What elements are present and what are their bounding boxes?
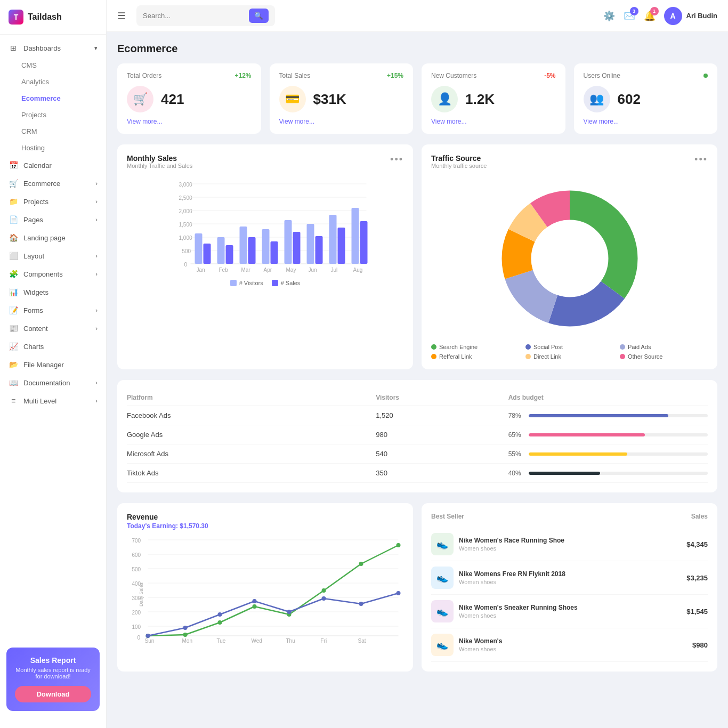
svg-text:100: 100 bbox=[132, 624, 141, 630]
svg-point-63 bbox=[218, 620, 222, 625]
nav-group-dashboards[interactable]: ⊞ Dashboards ▾ bbox=[0, 39, 106, 57]
paid-ads-dot bbox=[620, 344, 625, 350]
product-name: Nike Women's bbox=[459, 637, 687, 645]
legend-sales: # Sales bbox=[272, 280, 301, 286]
progress-fill bbox=[529, 433, 645, 436]
orders-viewmore[interactable]: View more... bbox=[127, 118, 252, 125]
search-button[interactable]: 🔍 bbox=[249, 9, 269, 23]
platform-budget: 78% bbox=[508, 406, 708, 425]
avatar: A bbox=[664, 7, 682, 25]
list-item: 👟 Nike Women's Women shoes $980 bbox=[431, 628, 708, 662]
platform-table: Platform Visitors Ads budget Facebook Ad… bbox=[127, 390, 708, 483]
svg-text:Daily Sales: Daily Sales bbox=[139, 582, 144, 606]
nav-label-widgets: Widgets bbox=[23, 288, 48, 296]
svg-point-74 bbox=[322, 596, 326, 601]
svg-text:Fri: Fri bbox=[321, 638, 327, 644]
landing-icon: 🏠 bbox=[9, 233, 18, 242]
menu-icon[interactable]: ☰ bbox=[117, 10, 126, 22]
svg-point-70 bbox=[183, 626, 188, 630]
customers-change: -5% bbox=[544, 72, 555, 79]
platform-name: Facebook Ads bbox=[127, 406, 376, 425]
svg-text:1,000: 1,000 bbox=[179, 235, 192, 241]
svg-point-72 bbox=[253, 599, 257, 603]
svg-text:Jan: Jan bbox=[197, 267, 205, 273]
customers-label: New Customers bbox=[431, 72, 476, 79]
nav-item-layout[interactable]: ⬜ Layout › bbox=[0, 247, 106, 265]
table-row: Microsoft Ads 540 55% bbox=[127, 444, 708, 464]
monthly-sales-more[interactable]: ••• bbox=[390, 154, 403, 165]
product-price: $3,235 bbox=[686, 574, 708, 582]
nav-item-ecommerce[interactable]: 🛒 Ecommerce › bbox=[0, 174, 106, 192]
nav-item-charts[interactable]: 📈 Charts bbox=[0, 337, 106, 355]
product-thumb: 👟 bbox=[431, 634, 454, 656]
monthly-sales-card: Monthly Sales Monthly Traffic and Sales … bbox=[117, 144, 413, 369]
svg-point-44 bbox=[531, 220, 608, 297]
users-viewmore[interactable]: View more... bbox=[584, 118, 708, 125]
download-button[interactable]: Download bbox=[15, 686, 91, 702]
revenue-title: Revenue bbox=[127, 513, 403, 521]
svg-rect-19 bbox=[248, 237, 256, 264]
traffic-more[interactable]: ••• bbox=[694, 154, 708, 165]
bestseller-header: Best Seller Sales bbox=[431, 513, 708, 520]
nav-item-projects[interactable]: 📁 Projects › bbox=[0, 192, 106, 211]
sidebar-item-ecommerce[interactable]: Ecommerce bbox=[0, 90, 106, 107]
nav-item-forms[interactable]: 📝 Forms › bbox=[0, 301, 106, 319]
bestseller-list: 👟 Nike Women's Race Running Shoe Women s… bbox=[431, 528, 708, 662]
sidebar-item-hosting[interactable]: Hosting bbox=[0, 140, 106, 156]
product-thumb: 👟 bbox=[431, 567, 454, 589]
docs-icon: 📖 bbox=[9, 378, 18, 387]
notifications-button[interactable]: 🔔 1 bbox=[644, 10, 656, 22]
ecommerce-icon: 🛒 bbox=[9, 179, 18, 188]
other-dot bbox=[620, 354, 625, 359]
nav-item-multilevel[interactable]: ≡ Multi Level › bbox=[0, 392, 106, 410]
topbar-right: ⚙️ ✉️ 3 🔔 1 A Ari Budin bbox=[603, 7, 718, 25]
sidebar-item-analytics[interactable]: Analytics bbox=[0, 74, 106, 90]
product-category: Women shoes bbox=[459, 545, 681, 552]
nav-item-widgets[interactable]: 📊 Widgets bbox=[0, 283, 106, 301]
nav-label-filemanager: File Manager bbox=[23, 361, 64, 369]
svg-text:Apr: Apr bbox=[264, 267, 272, 273]
svg-rect-16 bbox=[217, 237, 225, 264]
nav-label-charts: Charts bbox=[23, 343, 44, 351]
nav-label-forms: Forms bbox=[23, 306, 43, 314]
pages-chevron: › bbox=[95, 216, 98, 223]
sidebar-navigation: ⊞ Dashboards ▾ CMS Analytics Ecommerce P… bbox=[0, 35, 106, 641]
svg-point-67 bbox=[359, 562, 363, 566]
nav-item-docs[interactable]: 📖 Documentation › bbox=[0, 374, 106, 392]
user-name: Ari Budin bbox=[686, 12, 718, 20]
svg-text:Sat: Sat bbox=[358, 638, 366, 644]
nav-item-pages[interactable]: 📄 Pages › bbox=[0, 211, 106, 229]
svg-text:500: 500 bbox=[182, 248, 191, 254]
nav-item-calendar[interactable]: 📅 Calendar bbox=[0, 156, 106, 174]
platform-visitors: 980 bbox=[376, 425, 508, 444]
svg-text:500: 500 bbox=[132, 567, 141, 572]
sidebar-item-cms[interactable]: CMS bbox=[0, 57, 106, 74]
orders-value: 421 bbox=[161, 91, 184, 108]
table-row: Google Ads 980 65% bbox=[127, 425, 708, 444]
svg-point-68 bbox=[397, 543, 401, 547]
settings-button[interactable]: ⚙️ bbox=[603, 10, 615, 22]
sales-viewmore[interactable]: View more... bbox=[279, 118, 404, 125]
layout-icon: ⬜ bbox=[9, 252, 18, 260]
search-engine-dot bbox=[431, 344, 436, 350]
user-profile[interactable]: A Ari Budin bbox=[664, 7, 718, 25]
svg-text:200: 200 bbox=[132, 610, 141, 616]
nav-item-landing[interactable]: 🏠 Landing page bbox=[0, 229, 106, 247]
legend-direct: Direct Link bbox=[525, 353, 613, 360]
page-title: Ecommerce bbox=[117, 43, 717, 55]
nav-item-components[interactable]: 🧩 Components › bbox=[0, 265, 106, 283]
stat-card-sales: Total Sales +15% 💳 $31K View more... bbox=[270, 63, 414, 134]
sidebar-item-crm[interactable]: CRM bbox=[0, 123, 106, 140]
monthly-sales-title: Monthly Sales bbox=[127, 154, 192, 163]
sidebar: T Taildash ⊞ Dashboards ▾ CMS Analytics … bbox=[0, 0, 107, 728]
svg-rect-25 bbox=[316, 236, 323, 264]
sidebar-item-projects[interactable]: Projects bbox=[0, 107, 106, 123]
projects-chevron: › bbox=[95, 198, 98, 205]
nav-item-filemanager[interactable]: 📂 File Manager bbox=[0, 355, 106, 374]
messages-button[interactable]: ✉️ 3 bbox=[624, 10, 635, 22]
svg-rect-28 bbox=[352, 208, 359, 264]
nav-item-content[interactable]: 📰 Content › bbox=[0, 319, 106, 337]
search-input[interactable] bbox=[143, 12, 245, 20]
customers-viewmore[interactable]: View more... bbox=[431, 118, 556, 125]
dashboards-chevron: ▾ bbox=[94, 45, 98, 52]
